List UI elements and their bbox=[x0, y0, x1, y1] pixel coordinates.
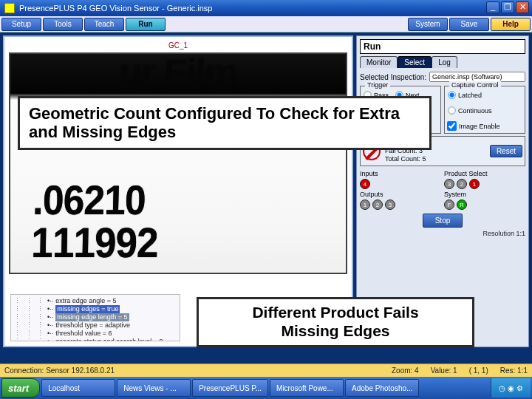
reset-button[interactable]: Reset bbox=[490, 145, 522, 157]
tab-log[interactable]: Log bbox=[432, 56, 457, 68]
parameter-tree[interactable]: ⋮ ⋮ ⋮ •·· extra edge angle = 5 ⋮ ⋮ ⋮ •··… bbox=[10, 294, 180, 341]
window-title: PresencePLUS P4 GEO Vision Sensor - Gene… bbox=[19, 4, 212, 13]
capture-group: Capture Control Latched Continuous Image… bbox=[444, 86, 525, 134]
system-tray[interactable]: ◷ ◉ ⚙ bbox=[491, 378, 531, 398]
teach-button[interactable]: Teach bbox=[84, 18, 124, 31]
tab-select[interactable]: Select bbox=[398, 56, 432, 68]
capture-continuous[interactable]: Continuous bbox=[447, 106, 492, 115]
task-powerpoint[interactable]: Microsoft Powe... bbox=[270, 379, 344, 397]
stop-button[interactable]: Stop bbox=[423, 214, 463, 228]
product-num1: .06210 bbox=[33, 176, 146, 224]
output-3: 3 bbox=[385, 200, 395, 210]
minimize-button[interactable]: _ bbox=[486, 1, 499, 13]
start-button[interactable]: start bbox=[1, 378, 40, 398]
annotation-overlay-1: Geometric Count Configured To Check for … bbox=[18, 96, 432, 150]
run-button[interactable]: Run bbox=[126, 18, 166, 31]
task-localhost[interactable]: Localhost bbox=[41, 379, 115, 397]
tab-monitor[interactable]: Monitor bbox=[360, 56, 398, 68]
app-icon bbox=[4, 3, 15, 13]
product-select-dots: 3 2 1 bbox=[444, 179, 525, 189]
windows-taskbar: start Localhost News Views - ... Presenc… bbox=[0, 377, 532, 399]
task-news[interactable]: News Views - ... bbox=[117, 379, 191, 397]
product-num2: 111992 bbox=[31, 218, 158, 267]
run-header: Run bbox=[360, 39, 525, 54]
setup-button[interactable]: Setup bbox=[1, 18, 41, 31]
tools-button[interactable]: Tools bbox=[43, 18, 83, 31]
ps-1: 1 bbox=[469, 179, 480, 189]
capture-latched[interactable]: Latched bbox=[447, 90, 482, 100]
system-button[interactable]: System bbox=[408, 18, 448, 31]
menubar: Setup Tools Teach Run System Save Help bbox=[0, 16, 532, 33]
product-select-label: Product Select bbox=[444, 170, 525, 177]
image-enable[interactable]: Image Enable bbox=[447, 121, 522, 131]
help-button[interactable]: Help bbox=[491, 18, 531, 31]
connection-status: Connection: Sensor 192.168.0.21 bbox=[4, 366, 115, 375]
ps-2: 2 bbox=[457, 179, 467, 189]
task-photoshop[interactable]: Adobe Photosho... bbox=[345, 379, 419, 397]
sys-f: F bbox=[444, 200, 454, 210]
capture-title: Capture Control bbox=[449, 81, 501, 89]
input-4: 4 bbox=[360, 179, 370, 189]
coord-label: ( 1, 1) bbox=[469, 366, 488, 375]
product-image[interactable]: ur Film .06210 111992 bbox=[9, 52, 347, 274]
window-titlebar: PresencePLUS P4 GEO Vision Sensor - Gene… bbox=[0, 0, 532, 16]
outputs-label: Outputs bbox=[360, 191, 441, 198]
output-2: 2 bbox=[372, 200, 383, 210]
window-controls: _ ❐ ✕ bbox=[486, 1, 529, 13]
task-presence[interactable]: PresencePLUS P... bbox=[192, 379, 268, 397]
maximize-button[interactable]: ❐ bbox=[501, 1, 514, 13]
trigger-title: Trigger bbox=[365, 81, 390, 89]
run-tabs: Monitor Select Log bbox=[360, 56, 525, 68]
inputs-label: Inputs bbox=[360, 170, 441, 177]
system-label: System bbox=[444, 191, 525, 198]
resolution-label: Resolution 1:1 bbox=[360, 230, 525, 237]
system-dots: F R bbox=[444, 200, 525, 210]
annotation-overlay-2: Different Product Fails Missing Edges bbox=[197, 297, 474, 347]
selected-label: Selected Inspection: bbox=[360, 73, 426, 81]
output-1: 1 bbox=[360, 200, 370, 210]
outputs-dots: 1 2 3 bbox=[360, 200, 441, 210]
ps-3: 3 bbox=[444, 179, 454, 189]
res-label: Res: 1:1 bbox=[500, 366, 528, 375]
value-label: Value: 1 bbox=[431, 366, 457, 375]
selected-inspection-input[interactable] bbox=[429, 72, 525, 82]
zoom-label: Zoom: 4 bbox=[392, 366, 419, 375]
product-text-top: ur Film bbox=[17, 52, 339, 92]
save-button[interactable]: Save bbox=[449, 18, 489, 31]
inputs-dots: 4 bbox=[360, 179, 441, 189]
close-button[interactable]: ✕ bbox=[516, 1, 529, 13]
sys-r: R bbox=[457, 200, 467, 210]
tool-label: GC_1 bbox=[9, 41, 347, 50]
status-bar: Connection: Sensor 192.168.0.21 Zoom: 4 … bbox=[0, 364, 532, 377]
